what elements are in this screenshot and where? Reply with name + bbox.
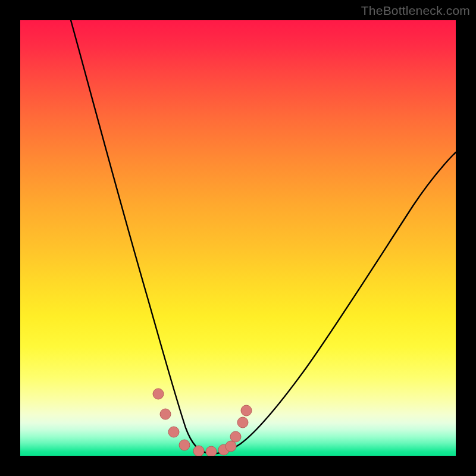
bottleneck-curve — [71, 20, 456, 453]
plot-area — [20, 20, 456, 456]
marker-dot — [237, 417, 248, 428]
marker-dot — [153, 389, 164, 399]
bottleneck-curve-svg — [20, 20, 456, 456]
marker-dot — [226, 441, 236, 452]
marker-dot — [206, 446, 217, 456]
chart-frame: TheBottleneck.com — [0, 0, 476, 476]
marker-dot — [168, 427, 179, 437]
marker-dot — [230, 431, 241, 442]
marker-dot — [179, 440, 190, 450]
watermark-text: TheBottleneck.com — [361, 4, 470, 18]
marker-dot — [241, 405, 252, 416]
marker-dot — [193, 446, 204, 456]
marker-dot — [160, 409, 171, 419]
